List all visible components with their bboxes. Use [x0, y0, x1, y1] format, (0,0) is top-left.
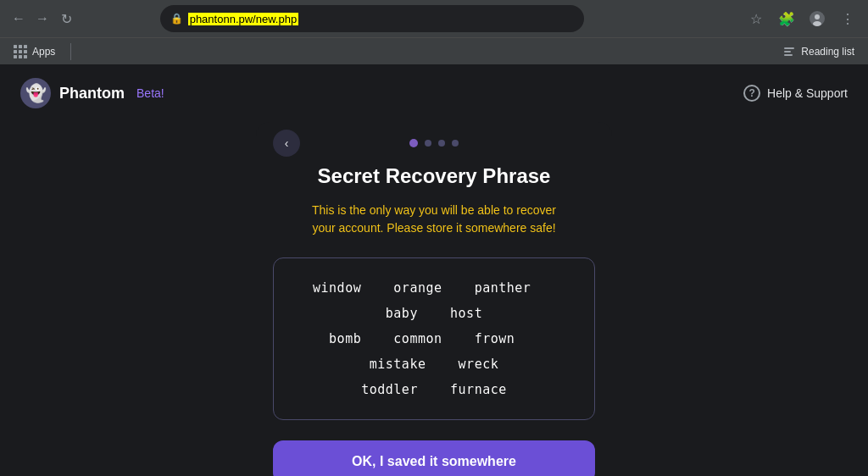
phantom-name: Phantom	[59, 85, 125, 102]
page-content: 👻 Phantom Beta! ? Help & Support ‹ Secre…	[0, 64, 868, 476]
svg-rect-3	[784, 47, 794, 49]
lock-icon: 🔒	[170, 13, 183, 25]
browser-chrome: ← → ↻ 🔒 phantonn.pw/new.php ☆ 🧩 ⋮	[0, 0, 868, 64]
svg-rect-4	[784, 51, 791, 53]
nav-buttons: ← → ↻	[8, 8, 76, 29]
card-title: Secret Recovery Phrase	[273, 164, 595, 188]
dot-1	[409, 139, 418, 147]
help-support-label: Help & Support	[767, 86, 848, 100]
main-card: ‹ Secret Recovery Phrase This is the onl…	[256, 122, 612, 476]
phrase-word-2: orange	[393, 280, 442, 296]
page-header: 👻 Phantom Beta! ? Help & Support	[0, 64, 868, 122]
phrase-word-6: bomb	[329, 331, 361, 346]
phrase-word-1: window	[313, 280, 361, 296]
bookmarks-bar: Apps Reading list	[0, 37, 868, 64]
card-nav: ‹	[273, 139, 595, 147]
phrase-word-3: panther	[475, 280, 531, 296]
bookmark-star-button[interactable]: ☆	[744, 7, 768, 30]
apps-label: Apps	[32, 46, 55, 58]
phrase-word-7: common	[393, 331, 442, 346]
phantom-ghost-icon: 👻	[20, 78, 51, 108]
browser-toolbar: ← → ↻ 🔒 phantonn.pw/new.php ☆ 🧩 ⋮	[0, 0, 868, 37]
url-text: phantonn.pw/new.php	[188, 13, 299, 25]
card-subtitle: This is the only way you will be able to…	[273, 202, 595, 237]
bookmarks-divider	[70, 43, 71, 60]
extensions-button[interactable]: 🧩	[775, 7, 798, 30]
phrase-word-11: toddler	[361, 382, 418, 397]
phrase-box: window orange panther baby host bomb com…	[273, 257, 595, 420]
phrase-word-8: frown	[475, 331, 515, 346]
reading-list-button[interactable]: Reading list	[777, 43, 860, 60]
refresh-button[interactable]: ↻	[56, 8, 76, 29]
dot-4	[452, 140, 459, 147]
card-back-button[interactable]: ‹	[273, 130, 300, 157]
phrase-word-9: mistake	[370, 357, 426, 372]
back-button[interactable]: ←	[8, 8, 29, 29]
reading-list-label: Reading list	[801, 46, 854, 58]
phrase-word-12: furnace	[450, 382, 507, 397]
dot-2	[425, 140, 431, 147]
help-icon: ?	[743, 85, 760, 102]
phrase-word-5: host	[450, 306, 482, 321]
dot-indicators	[409, 139, 459, 147]
phrase-word-10: wreck	[459, 357, 499, 372]
phantom-logo: 👻 Phantom Beta!	[20, 78, 164, 108]
phrase-content: window orange panther baby host bomb com…	[294, 275, 574, 402]
svg-rect-5	[784, 54, 793, 56]
menu-button[interactable]: ⋮	[836, 7, 860, 30]
phrase-word-4: baby	[386, 306, 418, 321]
apps-grid-icon	[14, 45, 27, 58]
toolbar-right: ☆ 🧩 ⋮	[744, 7, 860, 30]
svg-point-2	[813, 21, 821, 26]
forward-button[interactable]: →	[32, 8, 53, 29]
dot-3	[438, 140, 445, 147]
address-bar[interactable]: 🔒 phantonn.pw/new.php	[160, 5, 584, 32]
profile-button[interactable]	[805, 7, 829, 30]
phantom-beta-label: Beta!	[136, 86, 164, 100]
svg-point-1	[815, 14, 820, 19]
apps-button[interactable]: Apps	[8, 43, 60, 60]
help-support-button[interactable]: ? Help & Support	[743, 85, 848, 102]
ok-saved-button[interactable]: OK, I saved it somewhere	[273, 440, 595, 476]
